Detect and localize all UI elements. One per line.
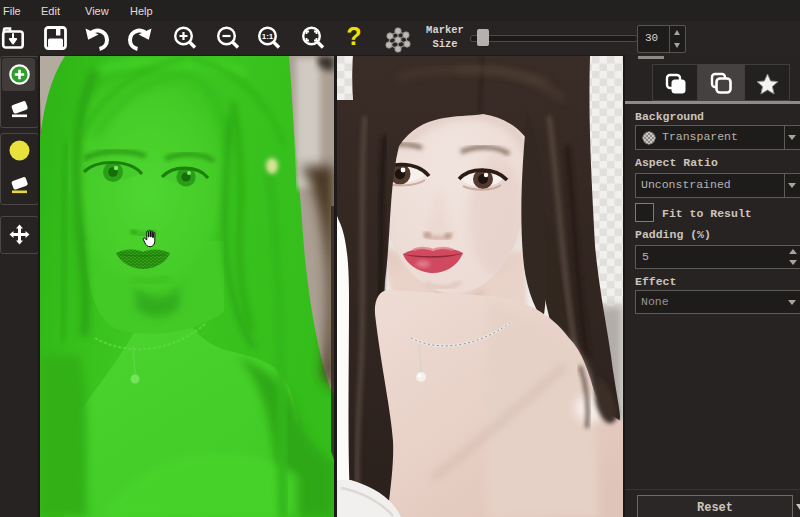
svg-text:1:1: 1:1 bbox=[262, 32, 274, 41]
